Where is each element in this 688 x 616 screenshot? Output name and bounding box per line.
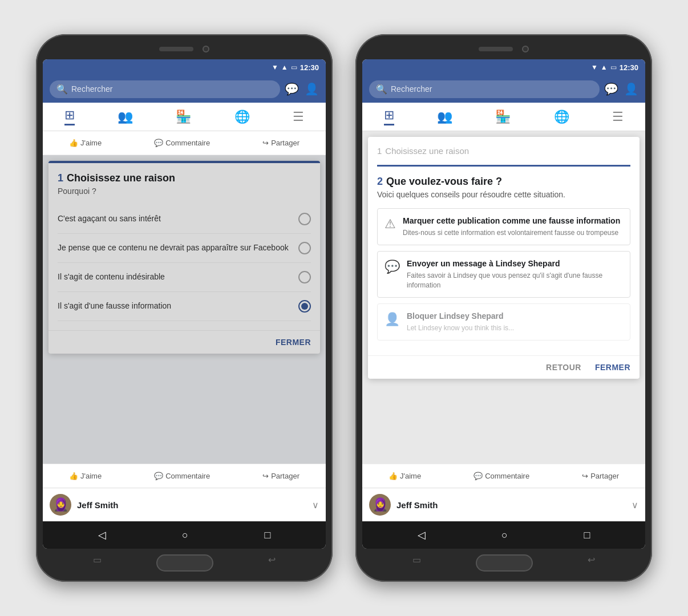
phone-btn-right-2: ↩	[588, 554, 595, 572]
nav-globe-2[interactable]: 🌐	[554, 110, 569, 124]
recent-btn-2[interactable]: □	[584, 529, 590, 541]
share-label-bottom-2: Partager	[590, 472, 619, 480]
dialog-footer-2btn-2: RETOUR FERMER	[368, 355, 640, 379]
like-label-bottom-1: J'aime	[80, 472, 102, 480]
status-icons-2: ▼ ▲ ▭ 12:30	[591, 63, 638, 72]
home-button-1[interactable]	[156, 554, 213, 572]
search-bar-2[interactable]: 🔍 Rechercher	[369, 80, 600, 98]
phone-bottom-btns-1: ▭ ↩	[43, 554, 326, 572]
warning-icon-2: ⚠	[385, 217, 396, 232]
back-btn-2[interactable]: ◁	[418, 529, 426, 541]
like-icon-bottom-2: 👍	[388, 472, 398, 480]
action-title-2-2: Bloquer Lindsey Shepard	[407, 311, 514, 321]
messenger-icon-1[interactable]: 💬	[285, 82, 299, 96]
messenger-icon-2[interactable]: 💬	[604, 82, 618, 96]
share-label-bottom-1: Partager	[271, 472, 300, 480]
share-btn-bottom-1[interactable]: ↪ Partager	[262, 469, 300, 483]
phone-camera-2	[522, 46, 529, 52]
nav-globe-1[interactable]: 🌐	[234, 110, 250, 124]
like-label-top-1: J'aime	[80, 139, 102, 147]
nav-home-1[interactable]: ⊞	[64, 108, 75, 125]
nav-bar-1: ⊞ 👥 🏪 🌐 ☰	[43, 103, 326, 131]
share-icon-bottom-1: ↪	[262, 472, 269, 480]
step1-num-2: 1	[377, 146, 382, 156]
bottom-card-1: 🧕 Jeff Smith ∨	[43, 488, 326, 521]
search-bar-1[interactable]: 🔍 Rechercher	[50, 80, 280, 98]
signal-icon-1: ▲	[281, 63, 288, 71]
like-icon-bottom-1: 👍	[69, 472, 78, 480]
dialog-step2-body-2: 2 Que voulez-vous faire ? Voici quelques…	[368, 167, 640, 355]
time-2: 12:30	[620, 63, 638, 72]
friends-icon-2[interactable]: 👤	[624, 82, 638, 96]
message-icon-2: 💬	[385, 260, 400, 274]
friends-icon-1[interactable]: 👤	[305, 82, 319, 96]
comment-icon-bottom-2: 💬	[473, 472, 483, 480]
comment-icon-top-1: 💬	[154, 139, 163, 147]
share-icon-top-1: ↪	[262, 139, 269, 147]
back-button-2[interactable]: RETOUR	[546, 363, 581, 372]
chevron-down-1: ∨	[312, 500, 319, 510]
step1-text-2: Choisissez une raison	[385, 146, 469, 156]
phone-speaker-1	[159, 47, 193, 51]
top-action-bar-1: 👍 J'aime 💬 Commentaire ↪ Partager	[43, 131, 326, 155]
search-icon-1: 🔍	[56, 84, 68, 95]
header-icons-2: 💬 👤	[604, 82, 638, 96]
comment-icon-bottom-1: 💬	[154, 472, 163, 480]
action-desc-1-2: Faites savoir à Lindsey que vous pensez …	[407, 271, 623, 290]
comment-btn-top-1[interactable]: 💬 Commentaire	[154, 136, 210, 150]
status-bar-2: ▼ ▲ ▭ 12:30	[362, 59, 645, 75]
home-button-2[interactable]	[476, 554, 533, 572]
action-option-1-2[interactable]: 💬 Envoyer un message à Lindsey Shepard F…	[377, 251, 630, 298]
step2-title-2: 2 Que voulez-vous faire ?	[377, 176, 630, 188]
like-btn-top-1[interactable]: 👍 J'aime	[69, 136, 102, 150]
share-btn-bottom-2[interactable]: ↪ Partager	[582, 469, 619, 483]
recent-btn-1[interactable]: □	[264, 529, 270, 541]
phone-btn-left-1: ▭	[93, 554, 102, 572]
home-btn-1[interactable]: ○	[182, 529, 188, 541]
back-btn-1[interactable]: ◁	[98, 529, 106, 541]
phone-btn-left-2: ▭	[412, 554, 421, 572]
nav-friends-2[interactable]: 👥	[437, 110, 452, 124]
action-title-1-2: Envoyer un message à Lindsey Shepard	[407, 258, 623, 269]
phone-btn-right-1: ↩	[268, 554, 276, 572]
comment-btn-bottom-1[interactable]: 💬 Commentaire	[154, 469, 210, 483]
comment-btn-bottom-2[interactable]: 💬 Commentaire	[473, 469, 529, 483]
nav-menu-2[interactable]: ☰	[612, 110, 624, 124]
bottom-card-2: 🧕 Jeff Smith ∨	[362, 488, 645, 521]
battery-icon-2: ▭	[610, 63, 617, 71]
wifi-icon-1: ▼	[272, 63, 278, 71]
avatar-2: 🧕	[369, 494, 391, 516]
nav-friends-1[interactable]: 👥	[118, 110, 133, 124]
nav-menu-1[interactable]: ☰	[293, 110, 304, 124]
action-content-1-2: Envoyer un message à Lindsey Shepard Fai…	[407, 258, 623, 290]
dialog-overlay-1	[43, 155, 326, 464]
content-area-2: 1 Choisissez une raison 2 Que voulez-vou…	[362, 131, 645, 464]
home-btn-2[interactable]: ○	[501, 529, 508, 541]
dialog-card-2: 1 Choisissez une raison 2 Que voulez-vou…	[368, 137, 640, 379]
battery-icon-1: ▭	[291, 63, 297, 71]
nav-home-2[interactable]: ⊞	[384, 108, 394, 125]
action-desc-0-2: Dites-nous si cette information est volo…	[403, 228, 620, 238]
avatar-1: 🧕	[50, 494, 71, 516]
close-button-2[interactable]: FERMER	[595, 363, 630, 372]
like-btn-bottom-1[interactable]: 👍 J'aime	[69, 469, 102, 483]
action-desc-2-2: Let Lindsey know you think this is...	[407, 323, 514, 333]
comment-label-top-1: Commentaire	[165, 139, 210, 147]
status-bar-1: ▼ ▲ ▭ 12:30	[43, 59, 326, 75]
status-icons-1: ▼ ▲ ▭ 12:30	[272, 63, 319, 72]
action-option-0-2[interactable]: ⚠ Marquer cette publication comme une fa…	[377, 208, 630, 245]
fb-header-1: 🔍 Rechercher 💬 👤	[43, 75, 326, 103]
share-btn-top-1[interactable]: ↪ Partager	[262, 136, 300, 150]
like-btn-bottom-2[interactable]: 👍 J'aime	[388, 469, 421, 483]
phone-speaker-2	[479, 47, 513, 51]
time-1: 12:30	[300, 63, 319, 72]
nav-store-2[interactable]: 🏪	[495, 110, 511, 124]
phone-bottom-2: ▭ ↩	[362, 549, 645, 575]
action-option-2-2[interactable]: 👤 Bloquer Lindsey Shepard Let Lindsey kn…	[377, 303, 630, 341]
step2-num-2: 2	[377, 176, 383, 188]
nav-bar-2: ⊞ 👥 🏪 🌐 ☰	[362, 103, 645, 131]
phone-bottom-btns-2: ▭ ↩	[362, 554, 645, 572]
action-content-2-2: Bloquer Lindsey Shepard Let Lindsey know…	[407, 311, 514, 333]
nav-store-1[interactable]: 🏪	[176, 110, 191, 124]
share-icon-bottom-2: ↪	[582, 472, 588, 480]
